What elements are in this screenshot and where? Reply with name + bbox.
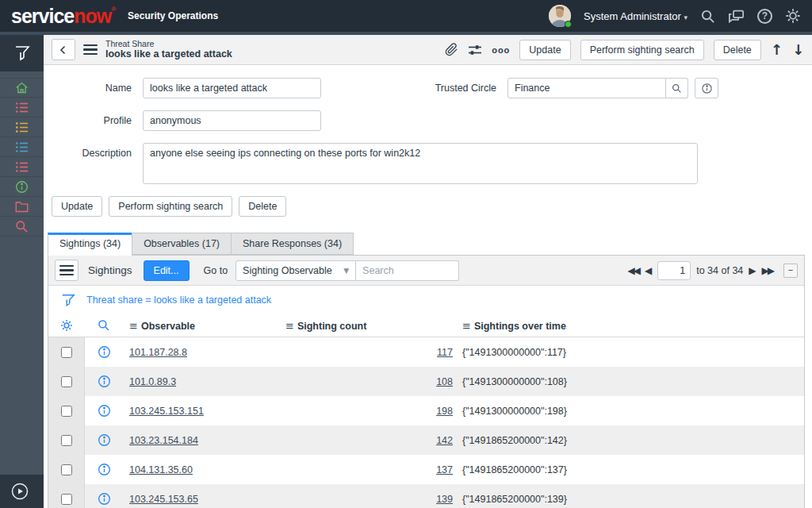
sidebar-footer bbox=[0, 475, 44, 508]
user-menu[interactable]: System Administrator ▾ bbox=[584, 10, 688, 22]
sidebar-item-info[interactable] bbox=[0, 177, 44, 197]
row-checkbox[interactable] bbox=[61, 494, 72, 505]
delete-button[interactable]: Delete bbox=[239, 196, 286, 217]
goto-column-select[interactable]: Sighting Observable ▼ bbox=[236, 260, 356, 281]
observable-link[interactable]: 103.245.153.151 bbox=[129, 406, 204, 417]
perform-sighting-search-button[interactable]: Perform sighting search bbox=[580, 40, 704, 60]
sidebar-item-list-red-1[interactable] bbox=[0, 98, 44, 117]
record-preview-info-icon[interactable] bbox=[98, 375, 111, 388]
banner-divider bbox=[0, 32, 812, 35]
record-preview-info-icon[interactable] bbox=[98, 345, 111, 359]
row-checkbox[interactable] bbox=[61, 406, 72, 417]
list-settings-gear-icon[interactable] bbox=[60, 319, 73, 332]
list-context-menu-icon[interactable] bbox=[55, 260, 79, 281]
attachment-paperclip-icon[interactable] bbox=[445, 43, 458, 56]
column-menu-icon: ≡ bbox=[129, 320, 138, 332]
reference-lookup-icon[interactable] bbox=[666, 78, 688, 98]
observable-link[interactable]: 101.0.89.3 bbox=[129, 376, 176, 387]
sighting-count-link[interactable]: 139 bbox=[436, 494, 453, 505]
edit-button[interactable]: Edit... bbox=[144, 260, 190, 281]
sightings-over-time-value: {"1491300000000":108} bbox=[462, 376, 567, 387]
record-preview-info-icon[interactable] bbox=[98, 492, 111, 506]
list-header-row: ≡Observable ≡Sighting count ≡Sightings o… bbox=[48, 314, 804, 337]
next-page-icon[interactable]: ▶ bbox=[749, 266, 756, 275]
sighting-count-link[interactable]: 108 bbox=[436, 376, 453, 387]
filter-breadcrumb-row: Threat share = looks like a targeted att… bbox=[48, 286, 804, 314]
sighting-count-link[interactable]: 117 bbox=[437, 347, 453, 358]
observable-link[interactable]: 104.131.35.60 bbox=[129, 464, 193, 475]
tab-observables[interactable]: Observables (17) bbox=[132, 233, 231, 255]
info-circle-icon bbox=[15, 180, 29, 194]
play-circle-icon[interactable] bbox=[11, 483, 29, 500]
next-record-arrow-icon[interactable]: ↓ bbox=[792, 41, 804, 58]
observable-link[interactable]: 103.23.154.184 bbox=[129, 435, 198, 446]
column-header-sighting-count[interactable]: ≡Sighting count bbox=[285, 320, 456, 332]
row-checkbox[interactable] bbox=[61, 347, 72, 358]
folder-icon bbox=[15, 201, 29, 213]
sighting-count-link[interactable]: 198 bbox=[436, 406, 453, 417]
description-label: Description bbox=[44, 143, 143, 184]
trusted-circle-field[interactable] bbox=[508, 78, 666, 98]
perform-sighting-search-button[interactable]: Perform sighting search bbox=[109, 196, 232, 217]
record-preview-info-icon[interactable] bbox=[98, 404, 111, 418]
record-type: Threat Share bbox=[105, 39, 232, 49]
row-checkbox[interactable] bbox=[61, 464, 72, 475]
sidebar-item-search[interactable] bbox=[0, 217, 44, 237]
sighting-count-link[interactable]: 137 bbox=[436, 464, 453, 475]
column-header-observable[interactable]: ≡Observable bbox=[123, 320, 285, 332]
row-checkbox[interactable] bbox=[61, 376, 72, 387]
personalize-sliders-icon[interactable] bbox=[468, 44, 482, 56]
page-number-input[interactable] bbox=[657, 261, 691, 280]
record-preview-info-icon[interactable] bbox=[98, 463, 111, 476]
sidebar-item-folder[interactable] bbox=[0, 197, 44, 217]
delete-button[interactable]: Delete bbox=[714, 40, 761, 60]
settings-gear-icon[interactable] bbox=[785, 8, 801, 24]
row-checkbox[interactable] bbox=[61, 435, 72, 446]
sidebar-item-home[interactable] bbox=[0, 78, 44, 98]
filter-funnel-icon[interactable] bbox=[14, 44, 30, 62]
last-page-icon[interactable]: ▶▶ bbox=[762, 266, 773, 275]
observable-link[interactable]: 101.187.28.8 bbox=[129, 347, 187, 358]
list-search-input[interactable] bbox=[356, 260, 459, 281]
record-title-block: Threat Share looks like a targeted attac… bbox=[105, 39, 232, 61]
previous-record-arrow-icon[interactable]: ↑ bbox=[771, 41, 783, 58]
goto-label: Go to bbox=[204, 265, 228, 276]
column-search-icon[interactable] bbox=[98, 319, 110, 332]
sidebar-item-list-blue[interactable] bbox=[0, 137, 44, 157]
related-list-tabs: Sightings (34) Observables (17) Share Re… bbox=[48, 233, 812, 255]
first-page-icon[interactable]: ◀◀ bbox=[628, 266, 639, 275]
update-button[interactable]: Update bbox=[519, 40, 570, 60]
observable-link[interactable]: 103.245.153.65 bbox=[129, 494, 198, 505]
table-row: 103.245.153.65 139 {"1491865200000":139} bbox=[48, 484, 804, 508]
table-row: 103.23.154.184 142 {"1491865200000":142} bbox=[48, 425, 804, 455]
column-header-sightings-over-time[interactable]: ≡Sightings over time bbox=[456, 320, 804, 332]
tab-sightings[interactable]: Sightings (34) bbox=[48, 233, 132, 256]
sighting-count-link[interactable]: 142 bbox=[436, 435, 453, 446]
back-button[interactable] bbox=[52, 39, 75, 60]
connect-chat-icon[interactable] bbox=[728, 9, 745, 24]
record-form: Name Trusted Circle bbox=[44, 65, 812, 217]
presence-indicator bbox=[565, 21, 572, 28]
reference-info-icon[interactable] bbox=[695, 78, 718, 98]
column-menu-icon: ≡ bbox=[462, 320, 471, 332]
filter-breadcrumb[interactable]: Threat share = looks like a targeted att… bbox=[86, 294, 271, 306]
bullet-list-icon bbox=[15, 121, 29, 133]
description-field[interactable]: anyone else seeing ips connecting on the… bbox=[143, 143, 698, 184]
profile-field[interactable] bbox=[143, 110, 321, 131]
sidebar-item-list-red-2[interactable] bbox=[0, 157, 44, 177]
sidebar-item-list-yellow[interactable] bbox=[0, 117, 44, 137]
help-icon[interactable]: ? bbox=[757, 9, 772, 24]
sightings-over-time-value: {"1491865200000":142} bbox=[462, 435, 567, 446]
global-search-icon[interactable] bbox=[700, 9, 715, 24]
update-button[interactable]: Update bbox=[52, 196, 102, 217]
more-options-icon[interactable]: ooo bbox=[492, 45, 510, 55]
sightings-over-time-value: {"1491300000000":117} bbox=[462, 347, 566, 358]
tab-share-responses[interactable]: Share Responses (34) bbox=[231, 233, 354, 255]
collapse-list-button[interactable]: − bbox=[783, 264, 798, 278]
record-preview-info-icon[interactable] bbox=[98, 433, 111, 447]
previous-page-icon[interactable]: ◀ bbox=[645, 266, 652, 275]
filter-funnel-icon[interactable] bbox=[61, 293, 75, 307]
name-field[interactable] bbox=[143, 78, 321, 98]
user-avatar[interactable] bbox=[549, 5, 571, 27]
context-menu-icon[interactable] bbox=[83, 44, 98, 56]
